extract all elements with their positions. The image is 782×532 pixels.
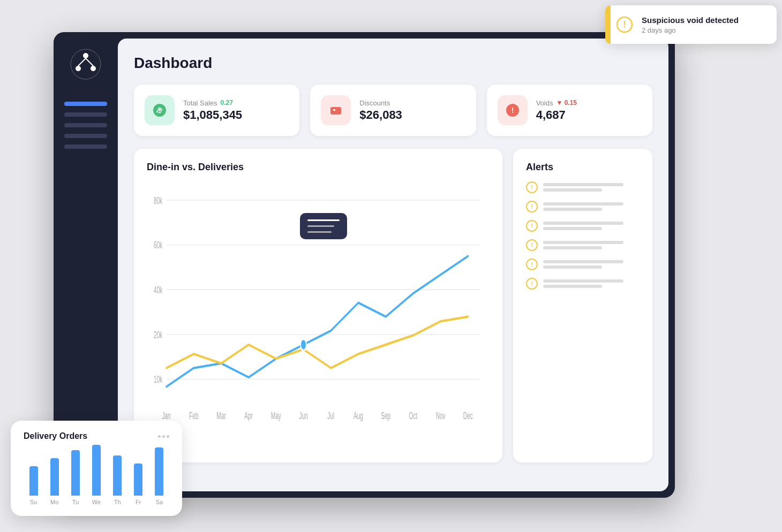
alert-line-long-2: [543, 202, 623, 206]
voids-change: ▼ 0.15: [556, 99, 577, 107]
alerts-card: Alerts ! !: [513, 149, 652, 462]
bar-th-label: Th: [114, 499, 121, 505]
bar-we-bar: [92, 445, 101, 496]
alert-line-long-4: [543, 241, 623, 244]
notification-time: 2 days ago: [642, 26, 739, 34]
alert-line-medium-3: [543, 227, 602, 230]
notification-popup[interactable]: ! Suspicious void detected 2 days ago: [605, 5, 777, 44]
svg-text:!: !: [623, 20, 626, 29]
total-sales-icon: $: [145, 95, 175, 125]
bar-we-label: We: [92, 499, 101, 505]
alert-line-long-1: [543, 183, 623, 186]
alert-icon-1: !: [526, 181, 538, 193]
svg-point-5: [91, 66, 96, 71]
bar-tu: Tu: [67, 450, 83, 505]
stat-card-total-sales: $ Total Sales 0.27 $1,085,345: [134, 85, 299, 136]
bar-mo: Mo: [47, 458, 62, 505]
chart-tooltip: [300, 213, 347, 239]
bar-su-label: Su: [30, 499, 37, 505]
svg-text:!: !: [511, 106, 514, 115]
svg-point-4: [76, 66, 81, 71]
discounts-value: $26,083: [359, 108, 402, 122]
alert-icon-5: !: [526, 259, 538, 270]
bar-sa-label: Sa: [156, 499, 163, 505]
alert-lines-1: [543, 183, 623, 192]
sidebar-item-nav4[interactable]: [64, 134, 107, 138]
sidebar-item-nav1[interactable]: [64, 102, 107, 106]
delivery-menu-dots[interactable]: [158, 435, 169, 438]
stat-cards: $ Total Sales 0.27 $1,085,345: [134, 85, 652, 136]
delivery-title: Delivery Orders: [24, 431, 87, 441]
bar-tu-bar: [71, 450, 80, 496]
total-sales-change: 0.27: [221, 99, 233, 107]
voids-value: 4,687: [536, 108, 577, 122]
bar-chart: Su Mo Tu We Th Fr Sa: [24, 452, 169, 505]
alert-line-medium-4: [543, 246, 602, 249]
bar-fr: Fr: [131, 463, 146, 505]
alert-lines-5: [543, 260, 623, 269]
svg-line-7: [86, 58, 93, 66]
alert-line-long-5: [543, 260, 623, 263]
alert-lines-4: [543, 241, 623, 249]
bar-sa: Sa: [152, 447, 167, 505]
bar-mo-bar: [50, 458, 59, 496]
bar-tu-label: Tu: [72, 499, 79, 505]
svg-text:Nov: Nov: [436, 410, 446, 421]
discounts-icon: [321, 95, 351, 125]
alert-items: ! ! !: [526, 181, 640, 290]
bar-sa-bar: [155, 447, 163, 496]
bar-mo-label: Mo: [50, 499, 58, 505]
svg-text:20k: 20k: [154, 329, 162, 340]
svg-text:Jun: Jun: [299, 410, 307, 421]
dot-1: [158, 435, 161, 438]
page-title: Dashboard: [134, 55, 652, 72]
alert-lines-3: [543, 222, 623, 230]
bar-th-bar: [113, 455, 122, 496]
alert-lines-6: [543, 279, 623, 288]
svg-point-3: [83, 53, 88, 58]
alert-lines-2: [543, 202, 623, 211]
svg-line-6: [78, 58, 86, 66]
sidebar-item-nav2[interactable]: [64, 112, 107, 117]
svg-point-24: [300, 339, 306, 351]
voids-icon: !: [498, 95, 528, 125]
chart-title: Dine-in vs. Deliveries: [147, 162, 490, 173]
alert-icon-6: !: [526, 278, 538, 290]
voids-label: Voids ▼ 0.15: [536, 99, 577, 107]
svg-text:Feb: Feb: [189, 410, 198, 421]
svg-text:Aug: Aug: [354, 410, 363, 421]
total-sales-info: Total Sales 0.27 $1,085,345: [183, 99, 242, 122]
total-sales-value: $1,085,345: [183, 108, 242, 122]
bar-su-bar: [29, 466, 38, 496]
notification-title: Suspicious void detected: [642, 16, 739, 25]
svg-rect-10: [330, 107, 341, 115]
svg-text:Oct: Oct: [409, 410, 418, 421]
svg-text:Mar: Mar: [216, 410, 225, 421]
bar-fr-label: Fr: [136, 499, 141, 505]
notification-content: Suspicious void detected 2 days ago: [642, 16, 739, 34]
delivery-orders-widget: Delivery Orders Su Mo Tu We Th: [11, 421, 182, 516]
alert-item: !: [526, 278, 640, 290]
alert-item: !: [526, 239, 640, 251]
alert-line-medium-5: [543, 265, 602, 269]
svg-text:Dec: Dec: [463, 410, 473, 421]
notification-accent: [605, 5, 611, 44]
alert-line-long-3: [543, 222, 623, 225]
bar-fr-bar: [134, 463, 142, 496]
alert-line-medium-1: [543, 188, 602, 192]
sidebar-item-nav5[interactable]: [64, 145, 107, 149]
notification-icon: !: [615, 15, 634, 34]
bar-su: Su: [26, 466, 41, 505]
svg-text:Sep: Sep: [381, 410, 390, 421]
total-sales-label: Total Sales 0.27: [183, 99, 242, 107]
alert-line-medium-2: [543, 208, 602, 211]
svg-text:May: May: [271, 410, 281, 421]
dot-2: [162, 435, 165, 438]
sidebar-item-nav3[interactable]: [64, 123, 107, 127]
tooltip-line-3: [307, 231, 332, 233]
delivery-header: Delivery Orders: [24, 431, 169, 441]
alert-item: !: [526, 181, 640, 193]
logo[interactable]: [70, 48, 102, 80]
tooltip-line-1: [307, 219, 340, 221]
tooltip-line-2: [307, 225, 334, 227]
